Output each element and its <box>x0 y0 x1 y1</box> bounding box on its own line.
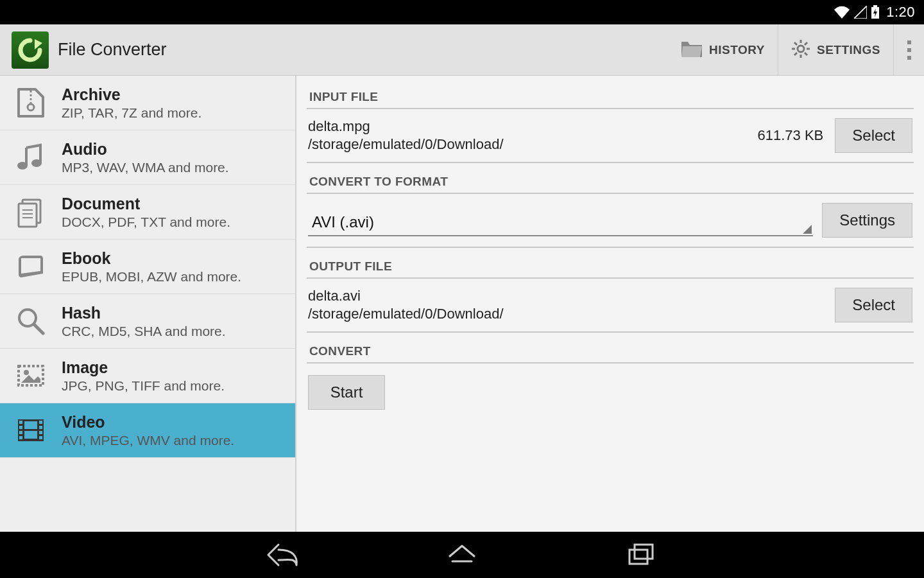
status-clock: 1:20 <box>886 4 915 21</box>
svg-rect-36 <box>629 550 647 564</box>
input-select-button[interactable]: Select <box>835 118 912 153</box>
input-file-row: delta.mpg /storage/emulated/0/Download/ … <box>307 109 914 163</box>
svg-rect-27 <box>19 431 22 434</box>
svg-rect-34 <box>24 431 37 439</box>
svg-line-8 <box>805 53 807 55</box>
action-bar: File Converter HISTORY SETTINGS <box>0 24 924 76</box>
history-label: HISTORY <box>709 43 765 57</box>
sidebar-item-label: Document <box>62 195 230 213</box>
svg-point-13 <box>17 162 28 170</box>
sidebar-item-label: Ebook <box>62 249 241 268</box>
output-filename: delta.avi <box>308 288 826 304</box>
sidebar-item-ebook[interactable]: Ebook EPUB, MOBI, AZW and more. <box>0 240 295 294</box>
sidebar-item-sub: JPG, PNG, TIFF and more. <box>62 378 225 394</box>
svg-point-14 <box>31 159 42 167</box>
sidebar-item-label: Image <box>62 358 225 377</box>
sidebar-item-sub: EPUB, MOBI, AZW and more. <box>62 269 241 285</box>
sidebar-item-sub: CRC, MD5, SHA and more. <box>62 324 226 339</box>
app-title: File Converter <box>58 40 668 60</box>
svg-rect-29 <box>39 421 42 424</box>
svg-line-21 <box>34 324 43 333</box>
start-button[interactable]: Start <box>308 375 385 410</box>
svg-rect-25 <box>19 421 22 424</box>
document-icon <box>13 194 49 230</box>
sidebar-item-archive[interactable]: Archive ZIP, TAR, 7Z and more. <box>0 76 295 130</box>
nav-recents-button[interactable] <box>622 539 661 571</box>
settings-button[interactable]: SETTINGS <box>778 24 893 75</box>
sidebar-item-label: Audio <box>62 140 229 159</box>
svg-line-9 <box>794 53 797 55</box>
sidebar-item-label: Archive <box>62 85 201 104</box>
sidebar-item-hash[interactable]: Hash CRC, MD5, SHA and more. <box>0 294 295 349</box>
input-filepath: /storage/emulated/0/Download/ <box>308 136 749 153</box>
section-header-convert: CONVERT <box>307 339 914 363</box>
format-settings-button[interactable]: Settings <box>822 203 912 238</box>
svg-point-2 <box>798 46 804 52</box>
system-nav-bar <box>0 532 924 578</box>
format-selected-value: AVI (.avi) <box>308 213 378 235</box>
section-header-format: CONVERT TO FORMAT <box>307 170 914 194</box>
dropdown-icon <box>803 225 812 234</box>
format-row: AVI (.avi) Settings <box>307 194 914 248</box>
archive-icon <box>13 85 49 121</box>
sidebar-item-document[interactable]: Document DOCX, PDF, TXT and more. <box>0 185 295 240</box>
svg-rect-16 <box>19 204 37 227</box>
overflow-menu-button[interactable] <box>893 24 924 75</box>
battery-icon <box>871 5 880 19</box>
input-filename: delta.mpg <box>308 118 749 135</box>
sidebar-item-label: Hash <box>62 304 226 322</box>
settings-label: SETTINGS <box>817 43 880 57</box>
sidebar-item-sub: DOCX, PDF, TXT and more. <box>62 215 230 230</box>
app-icon <box>12 31 49 69</box>
nav-home-button[interactable] <box>443 539 481 571</box>
input-filesize: 611.73 KB <box>758 127 824 144</box>
convert-row: Start <box>307 363 914 419</box>
svg-rect-30 <box>39 426 42 429</box>
folder-icon <box>681 40 703 60</box>
svg-line-10 <box>805 42 807 45</box>
section-header-output: OUTPUT FILE <box>307 254 914 279</box>
svg-rect-37 <box>635 545 653 559</box>
section-header-input: INPUT FILE <box>307 85 914 109</box>
svg-rect-28 <box>19 436 22 439</box>
main-panel: INPUT FILE delta.mpg /storage/emulated/0… <box>296 76 924 532</box>
svg-rect-26 <box>19 426 22 429</box>
overflow-icon <box>907 40 911 60</box>
sidebar-item-image[interactable]: Image JPG, PNG, TIFF and more. <box>0 349 295 403</box>
svg-point-23 <box>24 370 29 375</box>
output-filepath: /storage/emulated/0/Download/ <box>308 306 826 322</box>
nav-back-button[interactable] <box>263 539 302 571</box>
svg-rect-1 <box>873 5 877 7</box>
sidebar-item-label: Video <box>62 413 234 432</box>
hash-icon <box>13 303 49 339</box>
svg-point-11 <box>28 104 34 110</box>
svg-rect-33 <box>24 421 37 429</box>
image-icon <box>13 358 49 394</box>
audio-icon <box>13 139 49 175</box>
sidebar-item-sub: MP3, WAV, WMA and more. <box>62 160 229 175</box>
svg-line-7 <box>794 42 797 45</box>
wifi-icon <box>834 6 850 19</box>
output-file-row: delta.avi /storage/emulated/0/Download/ … <box>307 279 914 333</box>
sidebar-item-video[interactable]: Video AVI, MPEG, WMV and more. <box>0 403 295 458</box>
signal-icon <box>854 6 867 19</box>
output-select-button[interactable]: Select <box>835 288 912 322</box>
sidebar-item-audio[interactable]: Audio MP3, WAV, WMA and more. <box>0 130 295 185</box>
ebook-icon <box>13 249 49 285</box>
svg-rect-32 <box>39 436 42 439</box>
gear-icon <box>791 39 810 61</box>
category-sidebar: Archive ZIP, TAR, 7Z and more. Audio MP3… <box>0 76 296 532</box>
video-icon <box>13 412 49 448</box>
sidebar-item-sub: AVI, MPEG, WMV and more. <box>62 433 234 448</box>
svg-rect-31 <box>39 431 42 434</box>
format-spinner[interactable]: AVI (.avi) <box>308 204 813 236</box>
sidebar-item-sub: ZIP, TAR, 7Z and more. <box>62 105 201 121</box>
history-button[interactable]: HISTORY <box>668 24 778 75</box>
status-bar: 1:20 <box>0 0 924 24</box>
